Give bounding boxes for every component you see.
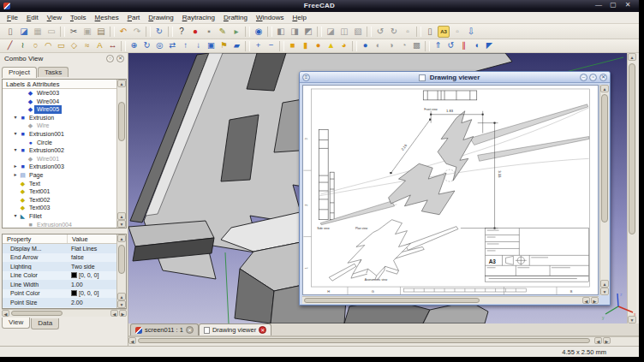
draft-apply-style-icon[interactable]: ▰ bbox=[231, 40, 242, 51]
menu-drafting[interactable]: Drafting bbox=[219, 12, 252, 23]
redo-icon[interactable]: ↷ bbox=[131, 26, 143, 38]
menu-file[interactable]: File bbox=[3, 12, 22, 23]
mdi-tab-drawing-viewer[interactable]: Drawing viewer✕ bbox=[199, 323, 271, 335]
tree-item-wire004[interactable]: ◆Wire004 bbox=[3, 98, 126, 106]
minimize-icon[interactable]: – bbox=[580, 74, 587, 81]
tab-data[interactable]: Data bbox=[31, 318, 59, 329]
view-rear-icon[interactable]: ◪ bbox=[325, 26, 337, 38]
title-bar[interactable]: FreeCAD —▢✕ bbox=[0, 0, 639, 12]
tree-item-circle[interactable]: ●Circle bbox=[3, 139, 126, 147]
macro-edit-icon[interactable]: ✎ bbox=[217, 26, 229, 38]
scroll-thumb[interactable] bbox=[11, 311, 63, 316]
draft-scale-icon[interactable]: ▣ bbox=[206, 40, 217, 51]
draft-move-icon[interactable]: ⊕ bbox=[128, 40, 140, 51]
scroll-up-icon[interactable]: ▲ bbox=[600, 85, 609, 92]
menu-view[interactable]: View bbox=[43, 12, 66, 23]
scroll-left-icon[interactable]: ◀ bbox=[128, 337, 136, 344]
drawing-hscrollbar[interactable]: ◀ ▶ bbox=[302, 296, 599, 304]
part-boolean-icon[interactable]: ● bbox=[360, 40, 371, 51]
scroll-thumb[interactable] bbox=[304, 298, 480, 303]
scroll-left-icon[interactable]: ◀ bbox=[582, 297, 590, 304]
drawing-sheet-area[interactable]: H G B 3 2 1 Front view bbox=[302, 85, 599, 295]
copy-icon[interactable]: ▣ bbox=[81, 26, 93, 38]
tree-item-extrusion004[interactable]: ■Extrusion004 bbox=[3, 221, 126, 229]
macro-record-icon[interactable]: ● bbox=[189, 26, 201, 38]
save-document-icon[interactable]: ▦ bbox=[32, 26, 44, 38]
part-sphere-icon[interactable]: ● bbox=[313, 40, 324, 51]
property-scrollbar[interactable]: ▲ ▲ ▼ bbox=[116, 234, 126, 308]
draft-text-icon[interactable]: A bbox=[94, 40, 105, 51]
cut-icon[interactable]: ✂ bbox=[68, 26, 80, 38]
part-cylinder-icon[interactable]: ▮ bbox=[300, 40, 311, 51]
menu-drawing[interactable]: Drawing bbox=[144, 12, 177, 23]
scroll-up-icon[interactable]: ▲ bbox=[117, 212, 126, 220]
view-top-icon[interactable]: ◩ bbox=[302, 26, 314, 38]
property-row[interactable]: LightingTwo side bbox=[3, 262, 126, 271]
panel-float-icon[interactable]: ○ bbox=[106, 55, 114, 62]
tree-item-extrusion002[interactable]: ▾■Extrusion002 bbox=[3, 146, 126, 155]
menu-raytracing[interactable]: Raytracing bbox=[178, 12, 219, 23]
tab-close-icon[interactable]: ✕ bbox=[259, 326, 266, 334]
tab-tasks[interactable]: Tasks bbox=[38, 67, 69, 77]
undo-icon[interactable]: ↶ bbox=[117, 26, 129, 38]
expander-icon[interactable]: ▾ bbox=[12, 114, 19, 122]
draft-circle-icon[interactable]: ○ bbox=[30, 40, 41, 51]
draft-line-icon[interactable]: ╱ bbox=[4, 40, 15, 51]
view-fit-selection-icon[interactable]: ▫ bbox=[402, 26, 414, 38]
tree-item-text[interactable]: ◆Text bbox=[3, 180, 126, 188]
tree-item-extrusion003[interactable]: ▸■Extrusion003 bbox=[3, 163, 126, 171]
scroll-thumb[interactable] bbox=[629, 63, 635, 234]
panel-close-icon[interactable]: ✕ bbox=[116, 55, 124, 62]
scroll-up-icon[interactable]: ▲ bbox=[628, 53, 636, 61]
expander-icon[interactable]: ▸ bbox=[12, 163, 19, 171]
menu-tools[interactable]: Tools bbox=[66, 12, 91, 23]
scroll-thumb[interactable] bbox=[118, 245, 125, 274]
print-icon[interactable]: ▭ bbox=[45, 26, 57, 38]
tree-item-page[interactable]: ▸▤Page bbox=[3, 171, 126, 180]
tab-project[interactable]: Project bbox=[2, 67, 37, 78]
draft-edit-icon[interactable]: ⚑ bbox=[218, 40, 230, 51]
expander-icon[interactable]: ▸ bbox=[12, 171, 19, 180]
draft-offset-icon[interactable]: ◎ bbox=[154, 40, 165, 51]
part-cone-icon[interactable]: ▲ bbox=[325, 40, 337, 51]
draft-dimension-icon[interactable]: ↔ bbox=[107, 40, 118, 51]
refresh-icon[interactable]: ↻ bbox=[153, 26, 165, 38]
scroll-right-icon[interactable]: ▶ bbox=[603, 337, 611, 344]
draft-rotate-icon[interactable]: ↻ bbox=[141, 40, 152, 51]
draft-upgrade-icon[interactable]: ↑ bbox=[180, 40, 191, 51]
property-row[interactable]: Point Color[0, 0, 0] bbox=[3, 289, 126, 299]
scroll-thumb[interactable] bbox=[601, 94, 608, 223]
scroll-left-icon[interactable]: ◀ bbox=[2, 310, 9, 317]
drawing-viewer-titlebar[interactable]: ≡ Drawing viewer – ▫ ✕ bbox=[300, 72, 610, 83]
view-bottom-icon[interactable]: ◫ bbox=[338, 26, 350, 38]
tree-item-wire[interactable]: ◆Wire bbox=[3, 122, 126, 130]
open-browser-view-icon[interactable]: ▫ bbox=[451, 26, 463, 38]
scroll-down-icon[interactable]: ▼ bbox=[117, 300, 126, 308]
part-compound-icon[interactable]: ▩ bbox=[411, 40, 422, 51]
scroll-left-icon[interactable]: ◀ bbox=[110, 310, 118, 317]
tree-item-wire003[interactable]: ◆Wire003 bbox=[3, 89, 126, 98]
scroll-up-icon[interactable]: ▲ bbox=[600, 280, 609, 288]
close-icon[interactable]: ✕ bbox=[623, 1, 632, 9]
view-left-icon[interactable]: ▧ bbox=[352, 26, 364, 38]
part-fillet-icon[interactable]: ◖ bbox=[471, 40, 482, 51]
paste-icon[interactable]: ▤ bbox=[95, 26, 107, 38]
draft-rectangle-icon[interactable]: ▭ bbox=[56, 40, 67, 51]
part-common-icon[interactable]: ◔ bbox=[398, 40, 409, 51]
whats-this-icon[interactable]: ? bbox=[176, 26, 188, 38]
scroll-up-icon[interactable]: ▲ bbox=[117, 80, 126, 87]
mdi-hscrollbar[interactable]: ◀ ◀ ▶ bbox=[128, 336, 639, 345]
draft-downgrade-icon[interactable]: ↓ bbox=[193, 40, 204, 51]
tab-view[interactable]: View bbox=[2, 317, 30, 329]
mdi-tab-screen011-1[interactable]: screen011 : 1✕ bbox=[130, 323, 199, 335]
expander-icon[interactable]: ▾ bbox=[12, 146, 19, 155]
draft-trimex-icon[interactable]: ⇄ bbox=[167, 40, 178, 51]
mdi-vscrollbar[interactable]: ▲ ▼ bbox=[627, 53, 636, 323]
menu-edit[interactable]: Edit bbox=[22, 12, 43, 23]
maximize-icon[interactable]: ▢ bbox=[609, 1, 617, 9]
maximize-icon[interactable]: ▫ bbox=[589, 74, 597, 81]
part-chamfer-icon[interactable]: ◤ bbox=[484, 40, 495, 51]
property-row[interactable]: Line Color[0, 0, 0] bbox=[3, 271, 126, 281]
tree-item-wire001[interactable]: ◆Wire001 bbox=[3, 155, 126, 163]
tree-item-text003[interactable]: ◆Text003 bbox=[3, 204, 126, 212]
